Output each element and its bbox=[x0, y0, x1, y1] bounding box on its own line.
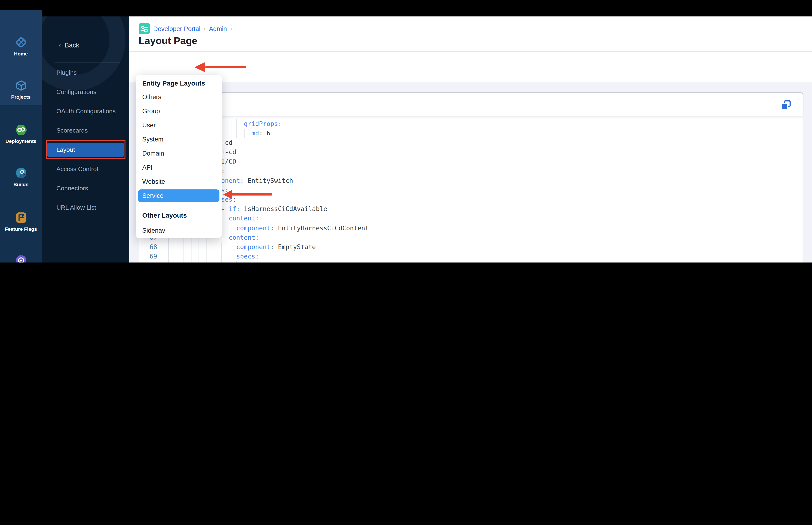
code-line-67[interactable]: 67- content: bbox=[139, 233, 787, 242]
rail-item-feature-flags[interactable]: Feature Flags bbox=[0, 211, 42, 232]
module-rail: HomeProjectsDeploymentsBuildsFeature Fla… bbox=[0, 10, 42, 262]
rail-item-label: Deployments bbox=[0, 138, 42, 144]
app-window: HomeProjectsDeploymentsBuildsFeature Fla… bbox=[0, 0, 812, 262]
yaml-tokens: component: EntityHarnessCiCdContent bbox=[236, 224, 369, 233]
builds-icon bbox=[0, 166, 42, 180]
indent-guides bbox=[168, 261, 244, 262]
chevron-left-icon: ‹ bbox=[59, 41, 65, 49]
indent-guides bbox=[168, 242, 236, 252]
menu-item-system[interactable]: System bbox=[138, 133, 219, 146]
back-label: Back bbox=[65, 41, 79, 49]
sidebar-divider bbox=[55, 62, 120, 63]
rail-item-label: Feature Flags bbox=[0, 226, 42, 232]
rail-item-deployments[interactable]: Deployments bbox=[0, 123, 42, 144]
code-line-69[interactable]: 69specs: bbox=[139, 252, 787, 261]
sidebar-item-oauth-configurations[interactable]: OAuth Configurations bbox=[47, 104, 124, 118]
breadcrumb-admin[interactable]: Admin bbox=[209, 25, 227, 32]
code-line-63[interactable]: 63cases: bbox=[139, 195, 787, 205]
sidebar-item-layout[interactable]: Layout bbox=[47, 143, 124, 157]
window-top-bar bbox=[0, 0, 812, 16]
code-line-61[interactable]: 61- component: EntitySwitch bbox=[139, 176, 787, 185]
menu-group-other-layouts: Other Layouts bbox=[142, 211, 187, 219]
page-title: Layout Page bbox=[139, 35, 197, 46]
projects-icon bbox=[0, 79, 42, 92]
yaml-tokens: specs: bbox=[236, 252, 259, 261]
feature-flags-icon bbox=[0, 211, 42, 224]
breadcrumb: Developer Portal › Admin › bbox=[139, 23, 232, 34]
menu-group-entity-page-layouts: Entity Page Layouts bbox=[142, 79, 205, 87]
back-button[interactable]: ‹ Back bbox=[59, 41, 79, 49]
rail-item-label: Projects bbox=[0, 94, 42, 100]
yaml-tokens: - if: isHarnessCiCdAvailable bbox=[221, 205, 327, 214]
line-number: 69 bbox=[139, 252, 157, 261]
home-icon bbox=[0, 36, 42, 49]
code-line-70[interactable]: 70props: bbox=[139, 261, 787, 262]
code-line-58[interactable]: 58path: /ci-cd bbox=[139, 148, 787, 157]
main-content: Developer Portal › Admin › Layout Page S… bbox=[129, 16, 812, 262]
line-number: 68 bbox=[139, 242, 157, 252]
yaml-tokens: content: bbox=[229, 214, 259, 224]
menu-item-sidenav[interactable]: Sidenav bbox=[138, 224, 219, 237]
yaml-tokens: - content: bbox=[221, 233, 259, 242]
yaml-tokens: gridProps: bbox=[244, 119, 282, 129]
chevron-right-icon: › bbox=[204, 25, 205, 32]
sidebar-item-connectors[interactable]: Connectors bbox=[47, 181, 124, 196]
yaml-code-area[interactable]: 55gridProps:56md: 657- name: ci-cd58path… bbox=[139, 116, 787, 262]
code-line-68[interactable]: 68component: EmptyState bbox=[139, 242, 787, 252]
rail-item-home[interactable]: Home bbox=[0, 36, 42, 57]
menu-item-api[interactable]: API bbox=[138, 161, 219, 174]
sidebar-item-scorecards[interactable]: Scorecards bbox=[47, 124, 124, 138]
layout-yaml-editor-panel: 55gridProps:56md: 657- name: ci-cd58path… bbox=[139, 92, 803, 262]
service-reliability-icon bbox=[0, 254, 42, 262]
code-line-66[interactable]: 66component: EntityHarnessCiCdContent bbox=[139, 224, 787, 233]
code-line-60[interactable]: 60contents: bbox=[139, 167, 787, 176]
sidebar-item-url-allow-list[interactable]: URL Allow List bbox=[47, 201, 124, 215]
menu-item-others[interactable]: Others bbox=[138, 90, 219, 103]
editor-scrollbar-track bbox=[787, 116, 787, 262]
developer-portal-icon bbox=[139, 23, 150, 34]
breadcrumb-developer-portal[interactable]: Developer Portal bbox=[153, 25, 200, 32]
admin-sidebar: ‹ Back PluginsConfigurationsOAuth Config… bbox=[42, 16, 129, 262]
rail-item-label: Home bbox=[0, 51, 42, 57]
rail-item-service-reliability[interactable]: Service Reliability bbox=[0, 254, 42, 262]
code-line-59[interactable]: 59title: CI/CD bbox=[139, 157, 787, 167]
menu-item-user[interactable]: User bbox=[138, 119, 219, 131]
code-line-57[interactable]: 57- name: ci-cd bbox=[139, 138, 787, 148]
sidebar-item-plugins[interactable]: Plugins bbox=[47, 66, 124, 80]
menu-item-group[interactable]: Group bbox=[138, 105, 219, 117]
line-number: 70 bbox=[139, 261, 157, 262]
editor-header bbox=[139, 92, 802, 116]
code-line-64[interactable]: 64- if: isHarnessCiCdAvailable bbox=[139, 205, 787, 214]
rail-divider bbox=[0, 105, 42, 105]
yaml-tokens: md: 6 bbox=[251, 129, 271, 138]
sidebar-item-access-control[interactable]: Access Control bbox=[47, 162, 124, 176]
yaml-tokens: props: bbox=[244, 261, 267, 262]
code-line-62[interactable]: 62specs: bbox=[139, 186, 787, 195]
menu-item-website[interactable]: Website bbox=[138, 175, 219, 188]
indent-guides bbox=[168, 252, 236, 261]
page-header: Developer Portal › Admin › Layout Page bbox=[129, 16, 812, 52]
chevron-right-icon: › bbox=[230, 25, 232, 32]
code-line-55[interactable]: 55gridProps: bbox=[139, 119, 787, 129]
sidebar-item-configurations[interactable]: Configurations bbox=[47, 85, 124, 99]
toolbar: Service Reset Default Save bbox=[129, 52, 812, 82]
code-line-56[interactable]: 56md: 6 bbox=[139, 129, 787, 138]
menu-divider bbox=[138, 209, 219, 209]
rail-item-projects[interactable]: Projects bbox=[0, 79, 42, 100]
deployments-icon bbox=[0, 123, 42, 136]
code-line-65[interactable]: 65content: bbox=[139, 214, 787, 224]
layout-type-dropdown-menu: Entity Page LayoutsOthersGroupUserSystem… bbox=[136, 75, 222, 238]
menu-item-service[interactable]: Service bbox=[138, 190, 219, 202]
copy-icon[interactable] bbox=[781, 100, 791, 110]
yaml-tokens: component: EmptyState bbox=[236, 242, 316, 252]
rail-item-builds[interactable]: Builds bbox=[0, 166, 42, 187]
rail-item-label: Builds bbox=[0, 181, 42, 187]
menu-item-domain[interactable]: Domain bbox=[138, 147, 219, 160]
